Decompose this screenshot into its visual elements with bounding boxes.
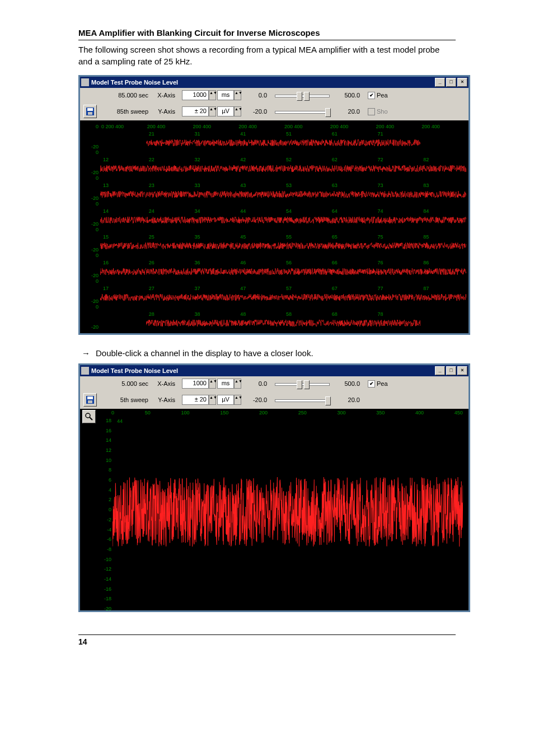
titlebar[interactable]: Model Test Probe Noise Level _ □ × xyxy=(80,77,469,88)
channel-cell[interactable]: 63 xyxy=(329,175,375,201)
channel-cell[interactable]: 66 xyxy=(329,253,375,278)
save-button[interactable] xyxy=(83,393,97,407)
channel-cell[interactable]: 68 xyxy=(329,304,375,330)
close-button[interactable]: × xyxy=(457,78,467,87)
spinner-buttons-icon[interactable]: ▲▼ xyxy=(209,395,216,405)
spinner-buttons-icon[interactable]: ▲▼ xyxy=(209,379,216,389)
channel-cell[interactable]: 58 xyxy=(283,304,329,330)
channel-cell[interactable]: 57 xyxy=(283,278,329,304)
close-button[interactable]: × xyxy=(457,366,467,375)
spinner-buttons-icon[interactable]: ▲▼ xyxy=(234,379,241,389)
channel-cell[interactable]: 75 xyxy=(375,227,421,253)
yaxis-value[interactable]: ± 20 xyxy=(182,106,209,116)
channel-cell[interactable]: 23 xyxy=(146,175,192,201)
xaxis-slider[interactable] xyxy=(271,91,333,99)
channel-cell[interactable]: 64 xyxy=(329,201,375,227)
maximize-button[interactable]: □ xyxy=(446,78,456,87)
channel-cell[interactable]: 24 xyxy=(146,201,192,227)
titlebar[interactable]: Model Test Probe Noise Level _ □ × xyxy=(80,365,469,376)
yaxis-slider[interactable] xyxy=(271,396,333,404)
channel-cell[interactable]: 83 xyxy=(420,175,466,201)
channel-cell[interactable]: 53 xyxy=(283,175,329,201)
channel-cell[interactable]: 62 xyxy=(329,150,375,175)
spinner-buttons-icon[interactable]: ▲▼ xyxy=(209,90,216,100)
channel-zoom-plot[interactable]: 050100150200250300350400450 44 181614121… xyxy=(80,409,469,610)
channel-cell[interactable]: 17 xyxy=(100,278,146,304)
channel-cell[interactable]: 13 xyxy=(100,175,146,201)
xaxis-unit[interactable]: ms xyxy=(217,379,234,389)
channel-cell[interactable]: 12 xyxy=(100,150,146,175)
channel-cell[interactable]: 55 xyxy=(283,227,329,253)
spinner-buttons-icon[interactable]: ▲▼ xyxy=(234,395,241,405)
channel-cell[interactable]: 16 xyxy=(100,253,146,278)
channel-cell[interactable]: 200 40041 xyxy=(237,124,283,150)
channel-cell[interactable]: 34 xyxy=(192,201,238,227)
channel-cell[interactable]: 32 xyxy=(192,150,238,175)
channel-cell[interactable]: 25 xyxy=(146,227,192,253)
channel-cell[interactable]: 54 xyxy=(283,201,329,227)
channel-cell[interactable]: 87 xyxy=(420,278,466,304)
channel-cell[interactable]: 84 xyxy=(420,201,466,227)
channel-cell[interactable]: 200 400 xyxy=(420,124,466,150)
channel-cell[interactable]: 43 xyxy=(237,175,283,201)
checkbox-icon[interactable]: ✔ xyxy=(368,380,375,388)
channel-cell[interactable]: 76 xyxy=(375,253,421,278)
save-button[interactable] xyxy=(83,105,97,118)
spinner-buttons-icon[interactable]: ▲▼ xyxy=(209,106,216,116)
yaxis-unit[interactable]: µV xyxy=(217,106,234,116)
spinner-buttons-icon[interactable]: ▲▼ xyxy=(234,90,241,100)
channel-cell[interactable]: 42 xyxy=(237,150,283,175)
xaxis-value-spinner[interactable]: 1000 ▲▼ ms ▲▼ xyxy=(182,379,241,389)
pea-checkbox[interactable]: ✔ Pea xyxy=(368,380,388,388)
yaxis-value-spinner[interactable]: ± 20 ▲▼ µV ▲▼ xyxy=(182,106,241,116)
minimize-button[interactable]: _ xyxy=(435,78,445,87)
yaxis-slider[interactable] xyxy=(271,108,333,115)
channel-cell[interactable]: 86 xyxy=(420,253,466,278)
checkbox-icon[interactable]: ✔ xyxy=(368,92,375,99)
channel-cell[interactable]: 78 xyxy=(375,304,421,330)
channel-cell[interactable]: 200 40031 xyxy=(192,124,238,150)
zoom-button[interactable] xyxy=(82,410,96,423)
yaxis-value-spinner[interactable]: ± 20 ▲▼ µV ▲▼ xyxy=(182,395,241,405)
channel-cell[interactable]: 37 xyxy=(192,278,238,304)
channel-cell[interactable]: 45 xyxy=(237,227,283,253)
xaxis-slider[interactable] xyxy=(271,380,333,388)
minimize-button[interactable]: _ xyxy=(435,366,445,375)
channel-cell[interactable]: 56 xyxy=(283,253,329,278)
xaxis-value[interactable]: 1000 xyxy=(182,90,209,100)
xaxis-value[interactable]: 1000 xyxy=(182,379,209,389)
sho-checkbox[interactable]: Sho xyxy=(368,108,388,115)
channel-cell[interactable]: 85 xyxy=(420,227,466,253)
channel-cell[interactable]: 82 xyxy=(420,150,466,175)
channel-cell[interactable]: 200 40021 xyxy=(146,124,192,150)
channel-cell[interactable]: 27 xyxy=(146,278,192,304)
channel-cell[interactable]: 35 xyxy=(192,227,238,253)
channel-cell[interactable]: 22 xyxy=(146,150,192,175)
spinner-buttons-icon[interactable]: ▲▼ xyxy=(234,106,241,116)
channel-cell[interactable] xyxy=(100,304,146,330)
channel-cell[interactable]: 200 40051 xyxy=(283,124,329,150)
xaxis-value-spinner[interactable]: 1000 ▲▼ ms ▲▼ xyxy=(182,90,241,100)
channel-cell[interactable]: 74 xyxy=(375,201,421,227)
channel-cell[interactable]: 33 xyxy=(192,175,238,201)
checkbox-icon[interactable] xyxy=(368,108,375,115)
channel-cell[interactable]: 48 xyxy=(237,304,283,330)
channel-cell[interactable]: 72 xyxy=(375,150,421,175)
channel-cell[interactable]: 200 40061 xyxy=(329,124,375,150)
channel-cell[interactable]: 15 xyxy=(100,227,146,253)
channel-cell[interactable]: 47 xyxy=(237,278,283,304)
maximize-button[interactable]: □ xyxy=(446,366,456,375)
channel-cell[interactable]: 36 xyxy=(192,253,238,278)
xaxis-unit[interactable]: ms xyxy=(217,90,234,100)
channel-cell[interactable]: 52 xyxy=(283,150,329,175)
channel-cell[interactable]: 73 xyxy=(375,175,421,201)
channel-cell[interactable] xyxy=(420,304,466,330)
channel-cell[interactable]: 200 40071 xyxy=(375,124,421,150)
channel-cell[interactable]: 65 xyxy=(329,227,375,253)
channel-cell[interactable]: 46 xyxy=(237,253,283,278)
pea-checkbox[interactable]: ✔ Pea xyxy=(368,92,388,99)
channel-cell[interactable]: 67 xyxy=(329,278,375,304)
channel-grid-plot[interactable]: 0-200 200 400200 40021200 40031200 40041… xyxy=(80,120,469,333)
channel-cell[interactable]: 44 xyxy=(237,201,283,227)
channel-cell[interactable]: 0 200 400 xyxy=(100,124,146,150)
